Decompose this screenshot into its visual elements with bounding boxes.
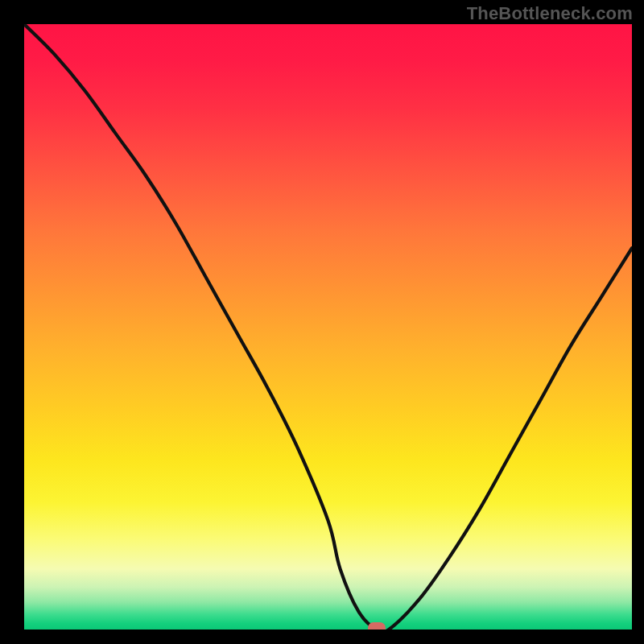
chart-frame: TheBottleneck.com	[0, 0, 644, 644]
watermark-text: TheBottleneck.com	[467, 3, 633, 24]
curve-path	[24, 24, 632, 630]
optimum-marker	[368, 622, 386, 630]
bottleneck-curve	[24, 24, 632, 630]
plot-area	[24, 24, 632, 630]
